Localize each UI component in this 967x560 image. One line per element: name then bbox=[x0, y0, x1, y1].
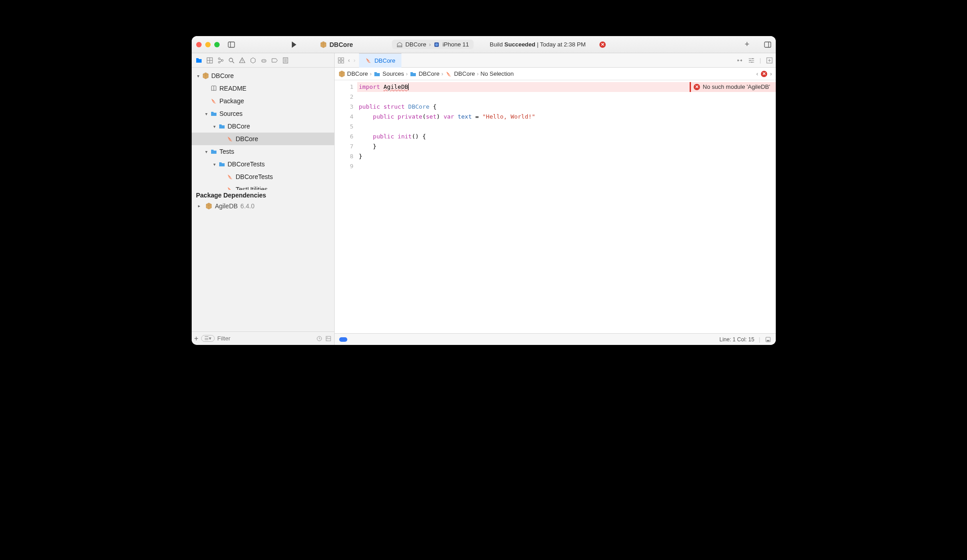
disclosure-icon[interactable] bbox=[220, 137, 226, 142]
project-tree[interactable]: ▾DBCore README Package▾Sources▾DBCore DB… bbox=[192, 68, 334, 190]
chevron-right-icon: › bbox=[406, 70, 408, 77]
run-button[interactable] bbox=[292, 41, 296, 48]
error-badge-icon[interactable]: ✕ bbox=[761, 71, 767, 77]
svg-rect-31 bbox=[341, 58, 344, 60]
code-line[interactable]: public private(set) var text = "Hello, W… bbox=[357, 112, 776, 122]
canvas-toggle-icon[interactable] bbox=[765, 336, 771, 343]
folder-icon bbox=[210, 148, 218, 155]
tree-item-label: Package bbox=[220, 97, 244, 105]
disclosure-icon[interactable]: ▾ bbox=[212, 124, 218, 129]
symbol-navigator-icon[interactable] bbox=[217, 57, 224, 64]
add-file-icon[interactable]: + bbox=[194, 335, 198, 343]
next-issue-icon[interactable]: › bbox=[770, 70, 772, 77]
tree-item-testutilities[interactable]: TestUtilities bbox=[192, 183, 334, 190]
svg-point-15 bbox=[242, 62, 242, 62]
svg-point-17 bbox=[262, 60, 263, 61]
jumpbar-segment[interactable]: Sources bbox=[373, 70, 404, 78]
jumpbar-segment[interactable]: DBCore bbox=[445, 70, 475, 78]
disclosure-icon[interactable] bbox=[203, 86, 210, 91]
filter-scope-icon[interactable]: ☰▾ bbox=[201, 335, 215, 342]
debug-bar-toggle[interactable] bbox=[339, 337, 347, 342]
swift-icon bbox=[445, 70, 452, 78]
zoom-window-button[interactable] bbox=[214, 42, 220, 47]
breakpoint-navigator-icon[interactable] bbox=[271, 57, 278, 64]
nav-forward-icon[interactable]: › bbox=[352, 57, 357, 64]
related-items-icon[interactable] bbox=[337, 57, 345, 64]
scheme-selector[interactable]: DBCore › iPhone 11 bbox=[392, 40, 474, 49]
tree-item-label: README bbox=[220, 85, 247, 92]
disclosure-icon[interactable] bbox=[203, 99, 210, 104]
source-editor[interactable]: 123456789 ✕ No such module 'AgileDB' imp… bbox=[335, 80, 776, 333]
svg-rect-39 bbox=[751, 62, 752, 63]
code-line[interactable]: public struct DBCore { bbox=[357, 102, 776, 112]
jumpbar-segment[interactable]: DBCore bbox=[338, 70, 368, 78]
code-line[interactable]: } bbox=[357, 151, 776, 161]
add-button[interactable]: + bbox=[745, 40, 750, 49]
tree-item-dbcore[interactable]: ▾DBCore bbox=[192, 120, 334, 133]
status-bar: Line: 1 Col: 15 | bbox=[335, 333, 776, 345]
sidebar-toggle-icon[interactable] bbox=[228, 41, 235, 48]
report-navigator-icon[interactable] bbox=[282, 57, 289, 64]
recent-filter-icon[interactable] bbox=[316, 335, 322, 342]
tree-item-dbcore[interactable]: DBCore bbox=[192, 133, 334, 145]
titlebar: DBCore DBCore › iPhone 11 Build Succeede… bbox=[192, 36, 776, 53]
disclosure-icon[interactable]: ▾ bbox=[212, 162, 218, 167]
jump-bar[interactable]: DBCore›Sources›DBCore›DBCore›No Selectio… bbox=[335, 68, 776, 80]
disclosure-icon[interactable]: ▾ bbox=[203, 111, 210, 116]
dependency-agiledb[interactable]: ▸AgileDB 6.4.0 bbox=[192, 201, 334, 211]
tree-item-sources[interactable]: ▾Sources bbox=[192, 107, 334, 120]
tree-item-label: Tests bbox=[220, 148, 235, 155]
find-navigator-icon[interactable] bbox=[228, 57, 235, 64]
svg-point-12 bbox=[229, 58, 233, 62]
project-navigator-icon[interactable] bbox=[195, 57, 203, 64]
error-indicator-icon[interactable]: ✕ bbox=[599, 41, 606, 48]
swift-icon bbox=[226, 186, 234, 190]
tree-item-dbcore[interactable]: ▾DBCore bbox=[192, 69, 334, 82]
build-status[interactable]: Build Succeeded | Today at 2:38 PM bbox=[490, 41, 586, 48]
tree-item-dbcoretests[interactable]: DBCoreTests bbox=[192, 170, 334, 183]
code-line[interactable] bbox=[357, 92, 776, 102]
inline-error-banner[interactable]: ✕ No such module 'AgileDB' bbox=[690, 82, 775, 92]
folder-icon bbox=[218, 161, 226, 168]
test-navigator-icon[interactable] bbox=[249, 57, 257, 64]
disclosure-icon[interactable]: ▾ bbox=[195, 73, 202, 78]
filter-input[interactable] bbox=[217, 335, 313, 342]
disclosure-icon[interactable]: ▸ bbox=[196, 203, 203, 208]
tree-item-tests[interactable]: ▾Tests bbox=[192, 145, 334, 158]
readme-icon bbox=[210, 85, 218, 92]
nav-back-icon[interactable]: ‹ bbox=[346, 57, 352, 64]
package-icon bbox=[320, 41, 327, 48]
tree-item-package[interactable]: Package bbox=[192, 95, 334, 107]
close-window-button[interactable] bbox=[196, 42, 202, 47]
tab-dbcore[interactable]: DBCore bbox=[359, 53, 401, 68]
code-line[interactable]: } bbox=[357, 142, 776, 151]
prev-issue-icon[interactable]: ‹ bbox=[756, 70, 758, 77]
code-line[interactable] bbox=[357, 161, 776, 171]
issue-navigator-icon[interactable] bbox=[239, 57, 246, 64]
editor-area: ‹ › DBCore | DBCore›Sources›DBCore›DBCor… bbox=[335, 53, 776, 345]
disclosure-icon[interactable] bbox=[220, 174, 226, 179]
code-review-icon[interactable] bbox=[736, 57, 743, 64]
error-icon: ✕ bbox=[694, 84, 700, 90]
tree-item-readme[interactable]: README bbox=[192, 82, 334, 95]
minimize-window-button[interactable] bbox=[205, 42, 211, 47]
chevron-right-icon: › bbox=[477, 70, 479, 77]
jumpbar-segment[interactable]: No Selection bbox=[480, 70, 514, 77]
tree-item-dbcoretests[interactable]: ▾DBCoreTests bbox=[192, 158, 334, 170]
tree-item-label: Sources bbox=[220, 110, 243, 117]
navigator-selector-bar bbox=[192, 53, 334, 68]
jumpbar-segment[interactable]: DBCore bbox=[410, 70, 439, 78]
swift-icon bbox=[226, 135, 234, 142]
debug-navigator-icon[interactable] bbox=[260, 57, 267, 64]
source-control-navigator-icon[interactable] bbox=[206, 57, 213, 64]
scm-filter-icon[interactable]: +- bbox=[325, 335, 332, 342]
code-line[interactable] bbox=[357, 122, 776, 132]
disclosure-icon[interactable]: ▾ bbox=[203, 149, 210, 154]
adjust-editor-icon[interactable] bbox=[748, 57, 755, 64]
tree-item-label: DBCoreTests bbox=[228, 161, 265, 168]
add-editor-icon[interactable] bbox=[766, 57, 773, 64]
chevron-right-icon: › bbox=[370, 70, 372, 77]
library-toggle-icon[interactable] bbox=[764, 41, 771, 48]
code-line[interactable]: public init() { bbox=[357, 132, 776, 142]
swift-icon bbox=[210, 97, 218, 105]
